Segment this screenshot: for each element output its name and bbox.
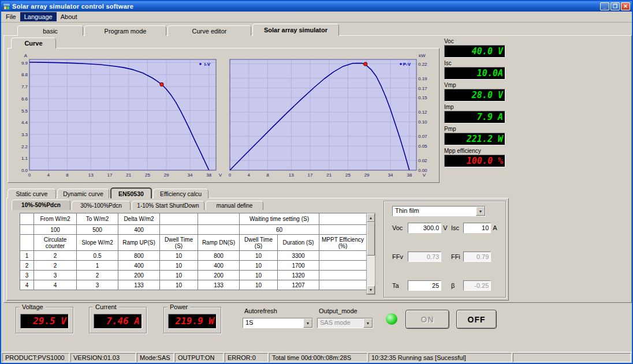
en50530-cell[interactable]: 2 [34,261,77,271]
chevron-down-icon[interactable]: ▼ [476,207,485,216]
en50530-cell[interactable]: 10 [240,261,278,271]
tab-start-shuntdown[interactable]: 1-10% Start ShuntDown [132,201,204,210]
scroll-down-icon[interactable]: ▼ [367,286,375,294]
voc-param-input[interactable] [408,223,441,233]
pv-model-select[interactable]: Thin film ▼ [392,206,486,216]
en50530-cell[interactable] [319,213,367,225]
tab-curve[interactable]: Curve [11,37,56,48]
autorefresh-select[interactable]: 1S ▼ [243,318,313,328]
beta-param-input[interactable] [463,280,491,291]
en50530-cell[interactable]: 2 [77,271,118,280]
en50530-cell[interactable] [319,225,367,235]
en50530-cell[interactable]: 200 [118,271,160,280]
tab-manual-define[interactable]: manual define [206,201,263,210]
en50530-cell[interactable]: 200 [198,271,240,280]
status-error: ERROR:0 [225,353,268,362]
tab-basic[interactable]: basic [17,25,83,36]
on-button[interactable]: ON [405,310,449,329]
en50530-cell[interactable] [198,213,240,225]
en50530-cell[interactable]: Waiting time setting (S) [240,213,319,225]
output-mode-select[interactable]: SAS mode ▼ [317,318,373,328]
en50530-cell[interactable]: 800 [118,251,160,261]
en50530-cell[interactable]: 133 [198,280,240,290]
en50530-cell[interactable]: 133 [118,280,160,290]
en50530-cell[interactable]: Ramp DN(S) [198,235,240,251]
en50530-cell[interactable]: 10 [160,280,198,290]
en50530-cell[interactable]: 500 [77,225,118,235]
ffv-param-input[interactable] [408,252,441,262]
en50530-cell[interactable]: 4 [20,280,34,290]
en50530-cell[interactable] [20,225,34,235]
tab-program-mode[interactable]: Program mode [84,25,166,36]
off-button[interactable]: OFF [456,310,497,329]
en50530-cell[interactable]: 10 [240,280,278,290]
tab-10-50-pdcn[interactable]: 10%-50%Pdcn [12,200,70,210]
en50530-cell[interactable] [319,251,367,261]
en50530-cell[interactable]: Delta W/m2 [118,213,160,225]
en50530-cell[interactable]: 1207 [278,280,319,290]
en50530-cell[interactable] [319,271,367,280]
close-icon[interactable]: ✕ [621,2,630,10]
en50530-cell[interactable]: 2 [20,261,34,271]
scroll-up-icon[interactable]: ▲ [367,213,375,222]
isc-param-input[interactable] [463,223,491,233]
en50530-cell[interactable]: To W/m2 [77,213,118,225]
tab-dynamic-curve[interactable]: Dynamic curve [57,189,109,198]
chevron-down-icon[interactable]: ▼ [363,318,373,328]
en50530-cell[interactable]: 3 [77,280,118,290]
en50530-cell[interactable]: Duration (S) [278,235,319,251]
en50530-cell[interactable] [319,280,367,290]
en50530-cell[interactable]: 100 [34,225,77,235]
en50530-cell[interactable]: 400 [118,261,160,271]
en50530-cell[interactable] [20,213,34,225]
en50530-cell[interactable]: 10 [240,271,278,280]
en50530-cell[interactable]: 1320 [278,271,319,280]
en50530-cell[interactable] [160,213,198,225]
en50530-cell[interactable]: 1 [77,261,118,271]
table-scrollbar[interactable]: ▲ ▼ [366,213,375,295]
en50530-cell[interactable]: Dwell Time (S) [160,235,198,251]
en50530-cell[interactable]: 3 [34,271,77,280]
en50530-cell[interactable]: 400 [198,261,240,271]
en50530-cell[interactable]: 1 [20,251,34,261]
scrollbar-thumb[interactable] [367,222,375,256]
en50530-cell[interactable]: 10 [160,251,198,261]
tab-curve-editor[interactable]: Curve editor [167,25,251,36]
menu-language[interactable]: Language [20,12,57,21]
en50530-cell[interactable]: 4 [34,280,77,290]
en50530-cell[interactable]: Slope W/m2 [77,235,118,251]
en50530-cell[interactable]: Dwell Time (S) [240,235,278,251]
en50530-cell[interactable]: 1700 [278,261,319,271]
tab-30-100-pdcn[interactable]: 30%-100%Pdcn [72,201,131,210]
en50530-cell[interactable]: 10 [240,251,278,261]
en50530-cell[interactable]: 10 [160,271,198,280]
en50530-cell[interactable]: 60 [240,225,319,235]
en50530-cell[interactable] [319,261,367,271]
en50530-cell[interactable]: From W/m2 [34,213,77,225]
tab-en50530[interactable]: EN50530 [110,187,152,198]
en50530-cell[interactable]: 800 [198,251,240,261]
en50530-cell[interactable] [198,225,240,235]
en50530-cell[interactable] [20,235,34,251]
tab-efficiency-calcu[interactable]: Efficiency calcu [153,189,208,198]
en50530-cell[interactable]: 3300 [278,251,319,261]
en50530-cell[interactable] [160,225,198,235]
en50530-cell[interactable]: Circulate counter [34,235,77,251]
minimize-icon[interactable]: _ [600,2,609,10]
output-status-led [386,313,397,325]
en50530-cell[interactable]: 3 [20,271,34,280]
en50530-cell[interactable]: 400 [118,225,160,235]
maximize-icon[interactable]: ❐ [610,2,620,10]
menu-about[interactable]: About [57,12,81,21]
ta-param-input[interactable] [408,280,441,291]
tab-solar-array-simulator[interactable]: Solar array simulator [252,24,339,36]
en50530-cell[interactable]: Ramp UP(S) [118,235,160,251]
en50530-cell[interactable]: 10 [160,261,198,271]
en50530-cell[interactable]: 0.5 [77,251,118,261]
ffi-param-input[interactable] [463,252,491,262]
en50530-cell[interactable]: 2 [34,251,77,261]
menu-file[interactable]: File [2,12,20,21]
tab-static-curve[interactable]: Static curve [8,189,56,198]
en50530-cell[interactable]: MPPT Efficiency (%) [319,235,367,251]
chevron-down-icon[interactable]: ▼ [303,318,312,328]
